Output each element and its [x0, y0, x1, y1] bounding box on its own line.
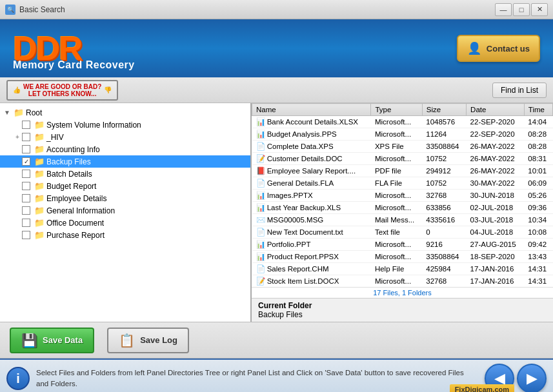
table-row[interactable]: 📄 Complete Data.XPS XPS File 33508864 26…	[252, 141, 553, 153]
save-data-icon: 💾	[21, 333, 37, 348]
maximize-button[interactable]: □	[513, 3, 530, 16]
tree-label-backupfiles: Backup Files	[46, 157, 91, 166]
tree-item-root[interactable]: ▼📁Root	[0, 106, 250, 119]
app-icon: 🔍	[5, 5, 15, 15]
col-type[interactable]: Type	[371, 104, 422, 116]
table-row[interactable]: 📊 Images.PPTX Microsoft... 32768 30-JUN-…	[252, 190, 553, 202]
files-count-bar: 17 Files, 1 Folders	[252, 287, 553, 298]
next-button[interactable]: ▶	[517, 364, 547, 392]
file-time: 10:34	[524, 214, 552, 226]
tree-item-sysvolinfo[interactable]: 📁System Volume Information	[0, 119, 250, 131]
table-row[interactable]: 📕 Employee Salary Report.... PDF file 29…	[252, 165, 553, 177]
save-log-button[interactable]: 📋 Save Log	[107, 328, 189, 353]
tree-item-batchdetails[interactable]: 📁Batch Details	[0, 168, 250, 180]
action-bar: 💾 Save Data 📋 Save Log	[0, 322, 553, 358]
checkbox-generalinfo[interactable]	[22, 206, 30, 215]
tree-item-hiv[interactable]: +📁_HIV	[0, 131, 250, 143]
table-row[interactable]: 📄 Sales Report.CHM Help File 425984 17-J…	[252, 263, 553, 275]
right-panel: Name Type Size Date Time 📊 Bank Account …	[252, 103, 553, 322]
table-row[interactable]: 📊 Bank Account Details.XLSX Microsoft...…	[252, 116, 553, 128]
tree-label-budgetreport: Budget Report	[46, 182, 96, 191]
file-date: 17-JAN-2016	[467, 275, 525, 288]
tree-item-employeedetails[interactable]: 📁Employee Details	[0, 192, 250, 204]
table-row[interactable]: 📊 Last Year Backup.XLS Microsoft... 6338…	[252, 202, 553, 214]
folder-icon: 📁	[34, 181, 45, 191]
table-row[interactable]: 📊 Portfolio.PPT Microsoft... 9216 27-AUG…	[252, 239, 553, 251]
checkbox-employeedetails[interactable]	[22, 194, 30, 202]
file-time: 14:04	[524, 116, 552, 128]
file-name: 📕 Employee Salary Report....	[252, 165, 371, 177]
we-are-good-line2: LET OTHERS KNOW...	[23, 90, 101, 97]
file-name: 📄 Complete Data.XPS	[252, 141, 371, 153]
file-name: 📊 Portfolio.PPT	[252, 239, 371, 251]
title-bar-left: 🔍 Basic Search	[5, 5, 65, 15]
file-name: 📊 Budget Analysis.PPS	[252, 128, 371, 141]
file-size: 11264	[422, 128, 466, 141]
tree-item-backupfiles[interactable]: ✓📁Backup Files	[0, 155, 250, 168]
tree-item-officedoc[interactable]: 📁Office Document	[0, 217, 250, 229]
col-name[interactable]: Name	[252, 104, 371, 116]
col-time[interactable]: Time	[524, 104, 552, 116]
file-time: 14:31	[524, 275, 552, 288]
file-type: FLA File	[371, 177, 422, 190]
tree-item-purchasereport[interactable]: 📁Purchase Report	[0, 229, 250, 241]
table-row[interactable]: 📄 General Details.FLA FLA File 10752 30-…	[252, 177, 553, 190]
file-size: 10752	[422, 153, 466, 165]
file-time: 06:09	[524, 177, 552, 190]
checkbox-backupfiles[interactable]: ✓	[22, 157, 30, 166]
table-row[interactable]: 📝 Stock Item List.DOCX Microsoft... 3276…	[252, 275, 553, 288]
file-size: 32768	[422, 190, 466, 202]
file-table: Name Type Size Date Time 📊 Bank Account …	[252, 103, 553, 287]
close-button[interactable]: ✕	[531, 3, 548, 16]
we-are-good-button[interactable]: 👍 WE ARE GOOD OR BAD? LET OTHERS KNOW...…	[6, 80, 118, 101]
app-title: Memory Card Recovery	[13, 59, 135, 71]
file-name: ✉️ MSG00005.MSG	[252, 214, 371, 226]
file-size: 32768	[422, 275, 466, 288]
tree-item-accountinginfo[interactable]: 📁Accounting Info	[0, 143, 250, 155]
contact-button[interactable]: 👤 Contact us	[457, 35, 540, 62]
table-row[interactable]: ✉️ MSG00005.MSG Mail Mess... 4335616 03-…	[252, 214, 553, 226]
checkbox-hiv[interactable]	[22, 133, 30, 141]
expander-icon[interactable]: ▼	[3, 109, 12, 116]
save-data-label: Save Data	[43, 335, 83, 345]
main-content: ▼📁Root📁System Volume Information+📁_HIV📁A…	[0, 103, 553, 322]
tree-label-purchasereport: Purchase Report	[46, 231, 105, 240]
file-scroll-area[interactable]: Name Type Size Date Time 📊 Bank Account …	[252, 103, 553, 287]
file-name: 📄 New Text Document.txt	[252, 226, 371, 239]
file-size: 33508864	[422, 141, 466, 153]
minimize-button[interactable]: —	[495, 3, 512, 16]
toolbar: 👍 WE ARE GOOD OR BAD? LET OTHERS KNOW...…	[0, 77, 553, 103]
folder-icon: 📁	[34, 206, 45, 215]
file-type: Microsoft...	[371, 275, 422, 288]
checkbox-sysvolinfo[interactable]	[22, 121, 30, 129]
find-in-list-button[interactable]: Find in List	[492, 83, 547, 98]
file-time: 08:31	[524, 153, 552, 165]
table-row[interactable]: 📊 Product Report.PPSX Microsoft... 33508…	[252, 251, 553, 263]
save-data-button[interactable]: 💾 Save Data	[10, 328, 94, 353]
title-bar-controls: — □ ✕	[495, 3, 548, 16]
file-size: 9216	[422, 239, 466, 251]
file-name: 📊 Bank Account Details.XLSX	[252, 116, 371, 128]
checkbox-batchdetails[interactable]	[22, 170, 30, 178]
expander-icon[interactable]: +	[13, 133, 22, 141]
checkbox-accountinginfo[interactable]	[22, 145, 30, 153]
tree-item-budgetreport[interactable]: 📁Budget Report	[0, 180, 250, 192]
file-date: 02-JUL-2018	[467, 202, 525, 214]
col-date[interactable]: Date	[467, 104, 525, 116]
contact-label: Contact us	[487, 44, 530, 54]
file-type: Microsoft...	[371, 128, 422, 141]
file-time: 10:01	[524, 165, 552, 177]
folder-icon: 📁	[34, 230, 45, 240]
file-size: 10752	[422, 177, 466, 190]
file-type: Microsoft...	[371, 202, 422, 214]
we-are-good-line1: WE ARE GOOD OR BAD?	[23, 83, 101, 90]
checkbox-purchasereport[interactable]	[22, 231, 30, 239]
file-name: 📊 Images.PPTX	[252, 190, 371, 202]
checkbox-officedoc[interactable]	[22, 219, 30, 227]
col-size[interactable]: Size	[422, 104, 466, 116]
table-row[interactable]: 📄 New Text Document.txt Text file 0 04-J…	[252, 226, 553, 239]
table-row[interactable]: 📊 Budget Analysis.PPS Microsoft... 11264…	[252, 128, 553, 141]
tree-item-generalinfo[interactable]: 📁General Information	[0, 204, 250, 217]
table-row[interactable]: 📝 Customer Details.DOC Microsoft... 1075…	[252, 153, 553, 165]
checkbox-budgetreport[interactable]	[22, 182, 30, 190]
